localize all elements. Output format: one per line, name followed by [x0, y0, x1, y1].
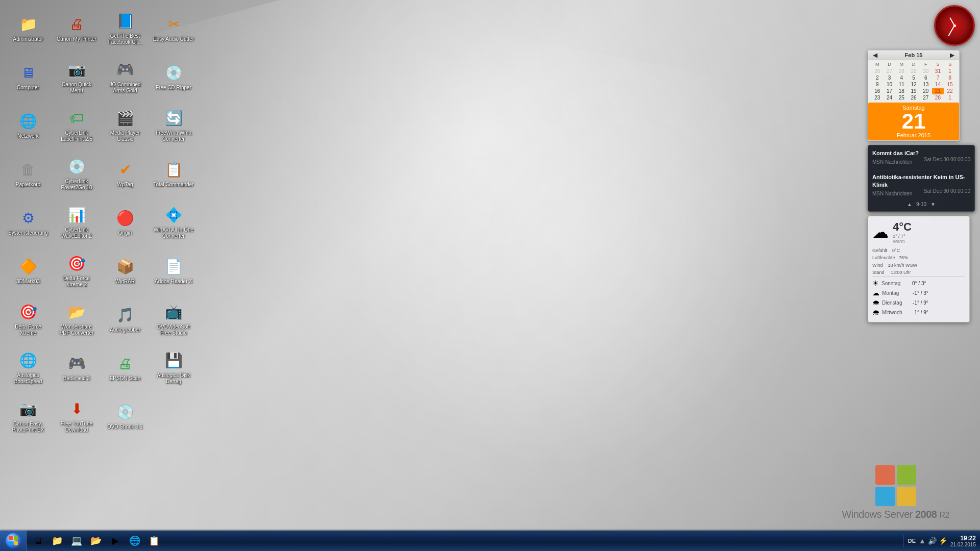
news-prev-btn[interactable]: ▲: [907, 202, 912, 207]
taskbar-btn-windows-explorer[interactable]: 📁: [48, 533, 66, 549]
weather-current: ☁ 4°C 0° / 7° Warm: [872, 220, 965, 244]
calendar-day[interactable]: 13: [920, 81, 932, 88]
desktop-icon-freewma[interactable]: 🔄 FreeWma Wma Converter: [151, 102, 197, 148]
desktop-icon-waveeditor[interactable]: 📊 CyberLink WaveEditor 2: [54, 199, 100, 245]
icon-label-canon-my-printer: Canon My Printer: [57, 36, 96, 42]
calendar-day[interactable]: 5: [908, 74, 920, 81]
desktop-icon-combined-arms[interactable]: 🎮 JO Combined Arms Gold: [102, 54, 148, 99]
desktop-icon-auslogics-boost[interactable]: 🌐 Auslogics BoostSpeed: [5, 344, 51, 390]
calendar-day[interactable]: 10: [884, 81, 896, 88]
calendar-next-btn[interactable]: ▶: [948, 52, 956, 59]
calendar-day[interactable]: 21: [932, 88, 944, 94]
desktop-icon-dvdvideostudio[interactable]: 📺 DVDVideoSoft Free Studio: [151, 296, 197, 342]
desktop-icon-canon-my-printer[interactable]: 🖨 Canon My Printer: [54, 5, 100, 51]
calendar-day[interactable]: 3: [884, 74, 896, 81]
news-item-0[interactable]: Kommt das iCar? MSN Nachrichten Sat Dec …: [872, 149, 970, 166]
calendar-day[interactable]: 30: [920, 68, 932, 74]
calendar-day[interactable]: 28: [895, 68, 908, 74]
calendar-day[interactable]: 29: [908, 68, 920, 74]
desktop-icon-easy-audio-cutter[interactable]: ✂ Easy Audio Cutter: [151, 5, 197, 51]
desktop-icon-audiograbber[interactable]: 🎵 Audiograbber: [102, 296, 148, 342]
desktop-icon-cyberlink-labelprint[interactable]: 🏷 CyberLink LabelPrint 2.5: [54, 102, 100, 148]
desktop-icon-systemeuerug[interactable]: ⚙ Systemsteuerung: [5, 199, 51, 245]
calendar-day[interactable]: 25: [895, 94, 908, 101]
language-indicator[interactable]: DE: [908, 538, 916, 544]
calendar-day[interactable]: 4: [895, 74, 908, 81]
desktop-icon-wondershare[interactable]: 📂 Wondershare PDF Converter: [54, 296, 100, 342]
desktop-icon-power2go[interactable]: 💿 CyberLink Power2Go 10: [54, 151, 100, 196]
desktop-icon-canon-photop[interactable]: 📷 Canon Easy-PhotoPrint EX: [5, 393, 51, 439]
desktop-icon-free-cd-ripper[interactable]: 💿 Free CD Ripper: [151, 54, 197, 99]
calendar-day[interactable]: 23: [871, 94, 884, 101]
desktop-icon-total-commander[interactable]: 📋 Total Commander: [151, 151, 197, 196]
desktop-icon-computer[interactable]: 🖥 Computer: [5, 54, 51, 99]
taskbar-btn-file-manager[interactable]: 📂: [87, 533, 105, 549]
taskbar-clock[interactable]: 19:22 21.02.2015: [950, 535, 976, 547]
desktop-icon-papierkorb[interactable]: 🗑 Papierkorb: [5, 151, 51, 196]
calendar-day[interactable]: 14: [932, 81, 944, 88]
calendar-day[interactable]: 1: [944, 68, 956, 74]
desktop-icon-deltaforce2[interactable]: 🎯 Delta Force Xtreme 2: [54, 247, 100, 293]
news-next-btn[interactable]: ▼: [930, 202, 936, 207]
desktop-icon-adobe-reader[interactable]: 📄 Adobe Reader X: [151, 247, 197, 293]
calendar-day[interactable]: 26: [908, 94, 920, 101]
calendar-day[interactable]: 18: [895, 88, 908, 94]
calendar-day[interactable]: 7: [932, 74, 944, 81]
calendar-day[interactable]: 1: [944, 94, 956, 101]
taskbar-icon-unknown: 📋: [149, 535, 160, 546]
desktop-icon-deltaforce[interactable]: 🎯 Delta Force Xtreme: [5, 296, 51, 342]
desktop-icon-epson-scan[interactable]: 🖨 EPSON Scan: [102, 344, 148, 390]
taskbar-btn-media-player-task[interactable]: ▶: [106, 533, 125, 549]
taskbar-btn-show-desktop[interactable]: 🖥: [29, 533, 47, 549]
desktop-icon-youtube-dl[interactable]: ⬇ Free YouTube Download: [54, 393, 100, 439]
desktop-icon-battlefield[interactable]: 🎮 Battlefield 3: [54, 344, 100, 390]
desktop-icon-3dmarkx3[interactable]: 🔶 3DMark03: [5, 247, 51, 293]
taskbar-quick-launch: 🖥📁💻📂▶🌐📋: [27, 533, 903, 549]
desktop-icon-winavi[interactable]: 💠 WinAVI All in One Converter: [151, 199, 197, 245]
calendar-day[interactable]: 22: [944, 88, 956, 94]
network-tray-icon[interactable]: ▲: [919, 537, 926, 545]
calendar-day[interactable]: 27: [920, 94, 932, 101]
calendar-prev-btn[interactable]: ◀: [871, 52, 879, 59]
calendar-day[interactable]: 11: [895, 81, 908, 88]
calendar-day[interactable]: 17: [884, 88, 896, 94]
start-button[interactable]: [0, 531, 27, 551]
calendar-day[interactable]: 2: [871, 74, 884, 81]
icon-label-youtube-dl: Free YouTube Download: [56, 421, 97, 433]
forecast-day-0: Sonntag: [881, 281, 910, 286]
calendar-day[interactable]: 16: [871, 88, 884, 94]
taskbar-btn-ie[interactable]: 🌐: [126, 533, 144, 549]
calendar-day[interactable]: 9: [871, 81, 884, 88]
calendar-day[interactable]: 27: [884, 68, 896, 74]
desktop-icon-auslogics-defrag[interactable]: 💾 Auslogics Disk Defrag: [151, 344, 197, 390]
desktop-icon-dvd-shrink[interactable]: 💿 DVD Shrink 3.1: [102, 393, 148, 439]
calendar-day[interactable]: 19: [908, 88, 920, 94]
desktop-icon-winrar[interactable]: 📦 WinRAR: [102, 247, 148, 293]
desktop-icon-netzwerk[interactable]: 🌐 Netzwerk: [5, 102, 51, 148]
icon-label-total-commander: Total Commander: [154, 182, 194, 188]
calendar-day[interactable]: 12: [908, 81, 920, 88]
calendar-day[interactable]: 24: [884, 94, 896, 101]
forecast-row-3: 🌧 Mittwoch -1° / 9°: [872, 308, 965, 316]
desktop-icon-origin[interactable]: 🔴 Origin: [102, 199, 148, 245]
calendar-day[interactable]: 15: [944, 81, 956, 88]
calendar-day[interactable]: 6: [920, 74, 932, 81]
calendar-day[interactable]: 31: [932, 68, 944, 74]
desktop-icon-media-player[interactable]: 🎬 Media Player Classic: [102, 102, 148, 148]
analog-clock-widget[interactable]: [934, 5, 975, 46]
calendar-day[interactable]: 8: [944, 74, 956, 81]
desktop-icon-canon-quick-menu[interactable]: 📷 Canon Quick Menu: [54, 54, 100, 99]
desktop-icon-administrator[interactable]: 📁 Administrator: [5, 5, 51, 51]
calendar-day[interactable]: 28: [932, 94, 944, 101]
desktop-icons-grid: 📁 Administrator 🖨 Canon My Printer 📘 Get…: [5, 5, 197, 439]
news-item-1[interactable]: Antibiotika-resistenter Keim in US-Klini…: [872, 173, 970, 197]
desktop-icon-get-facebook[interactable]: 📘 Get The Best Facebook Cli...: [102, 5, 148, 51]
calendar-widget[interactable]: ◀ Feb 15 ▶ MD MD F S S 26272829303112345…: [868, 50, 960, 141]
taskbar-btn-cmd[interactable]: 💻: [67, 533, 86, 549]
desktop-icon-wptag[interactable]: ✔ WpTag: [102, 151, 148, 196]
forecast-icon-0: ☀: [872, 279, 879, 287]
taskbar-btn-unknown[interactable]: 📋: [145, 533, 163, 549]
calendar-day[interactable]: 20: [920, 88, 932, 94]
volume-icon[interactable]: 🔊: [928, 537, 937, 545]
calendar-day[interactable]: 26: [871, 68, 884, 74]
